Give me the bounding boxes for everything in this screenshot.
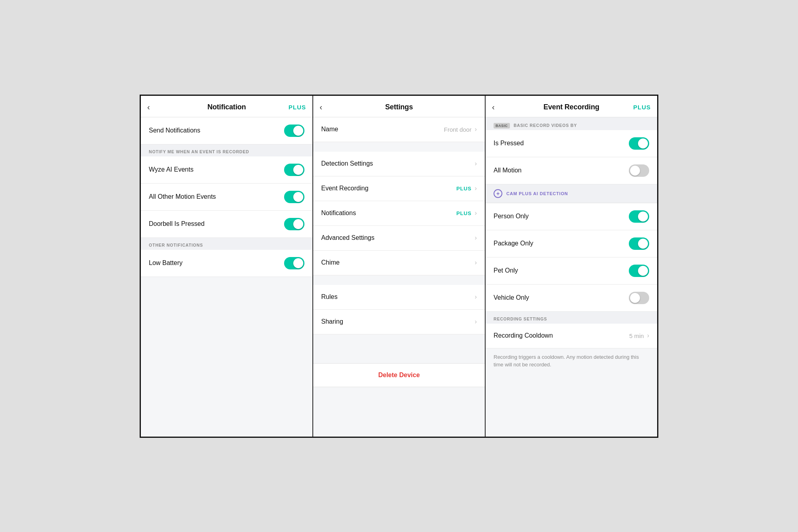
all-other-motion-thumb <box>293 192 303 202</box>
delete-device-label: Delete Device <box>378 372 420 378</box>
is-pressed-row: Is Pressed <box>486 130 657 157</box>
event-recording-title: Event Recording <box>543 103 599 111</box>
event-recording-plus-badge: PLUS <box>456 186 472 192</box>
event-recording-label: Event Recording <box>321 185 368 192</box>
spacer-4 <box>313 344 485 356</box>
event-recording-chevron-icon: › <box>475 185 477 192</box>
detection-settings-chevron-icon: › <box>475 160 477 167</box>
notifications-label: Notifications <box>321 210 356 217</box>
event-recording-back-arrow[interactable]: ‹ <box>492 103 495 112</box>
name-right: Front door › <box>444 126 477 133</box>
all-motion-thumb <box>630 166 640 176</box>
package-only-label: Package Only <box>494 240 533 247</box>
sharing-row[interactable]: Sharing › <box>313 310 485 334</box>
spacer-3 <box>313 334 485 344</box>
wyze-ai-events-toggle[interactable] <box>284 164 304 176</box>
all-motion-toggle[interactable] <box>629 164 649 177</box>
notification-plus-badge: PLUS <box>288 104 306 111</box>
person-only-toggle[interactable] <box>629 210 649 223</box>
vehicle-only-row: Vehicle Only <box>486 285 657 312</box>
recording-cooldown-label: Recording Cooldown <box>494 332 553 339</box>
notifications-plus-badge: PLUS <box>456 210 472 216</box>
spacer-2 <box>313 275 485 285</box>
record-videos-section-label: BASIC BASIC RECORD VIDEOS BY <box>486 117 657 130</box>
package-only-row: Package Only <box>486 230 657 257</box>
event-recording-right: PLUS › <box>456 185 477 192</box>
detection-settings-label: Detection Settings <box>321 160 373 167</box>
cooldown-note: Recording triggers a cooldown. Any motio… <box>486 348 657 375</box>
wyze-ai-events-row: Wyze AI Events <box>141 156 312 184</box>
send-notifications-thumb <box>293 126 303 136</box>
low-battery-label: Low Battery <box>149 259 182 267</box>
doorbell-pressed-toggle[interactable] <box>284 218 304 230</box>
package-only-thumb <box>638 239 648 249</box>
low-battery-thumb <box>293 258 303 268</box>
recording-cooldown-value: 5 min <box>629 332 644 339</box>
wyze-ai-events-thumb <box>293 165 303 175</box>
notifications-chevron-icon: › <box>475 210 477 217</box>
all-other-motion-label: All Other Motion Events <box>149 193 216 200</box>
main-container: ‹ Notification PLUS Send Notifications N… <box>140 95 658 438</box>
is-pressed-thumb <box>638 138 648 148</box>
recording-settings-label: RECORDING SETTINGS <box>486 312 657 324</box>
recording-cooldown-row[interactable]: Recording Cooldown 5 min › <box>486 324 657 348</box>
recording-cooldown-chevron-icon: › <box>647 332 649 339</box>
doorbell-pressed-thumb <box>293 219 303 229</box>
event-recording-plus-badge-header: PLUS <box>633 104 651 111</box>
chime-row[interactable]: Chime › <box>313 251 485 275</box>
settings-header: ‹ Settings <box>313 96 485 117</box>
send-notifications-label: Send Notifications <box>149 127 200 134</box>
package-only-toggle[interactable] <box>629 237 649 250</box>
advanced-settings-row[interactable]: Advanced Settings › <box>313 226 485 251</box>
low-battery-toggle[interactable] <box>284 257 304 269</box>
all-motion-label: All Motion <box>494 167 521 174</box>
name-row[interactable]: Name Front door › <box>313 117 485 142</box>
event-recording-body: BASIC BASIC RECORD VIDEOS BY Is Pressed … <box>486 117 657 437</box>
is-pressed-toggle[interactable] <box>629 137 649 150</box>
notification-back-arrow[interactable]: ‹ <box>147 103 150 112</box>
person-only-row: Person Only <box>486 203 657 230</box>
chime-label: Chime <box>321 259 340 266</box>
cam-plus-icon: + <box>494 189 502 198</box>
notify-section-label: NOTIFY ME WHEN AN EVENT IS RECORDED <box>141 144 312 156</box>
name-label: Name <box>321 126 338 133</box>
panel-event-recording: ‹ Event Recording PLUS BASIC BASIC RECOR… <box>486 96 657 437</box>
settings-body: Name Front door › Detection Settings › E… <box>313 117 485 437</box>
panel-settings: ‹ Settings Name Front door › Detection S… <box>313 96 486 437</box>
vehicle-only-toggle[interactable] <box>629 292 649 304</box>
rules-label: Rules <box>321 293 338 301</box>
doorbell-pressed-row: Doorbell Is Pressed <box>141 211 312 238</box>
name-value: Front door <box>444 126 471 133</box>
event-recording-header: ‹ Event Recording PLUS <box>486 96 657 117</box>
vehicle-only-thumb <box>630 293 640 303</box>
person-only-thumb <box>638 212 648 222</box>
record-videos-label-text: BASIC RECORD VIDEOS BY <box>514 123 577 128</box>
detection-settings-row[interactable]: Detection Settings › <box>313 152 485 176</box>
rules-row[interactable]: Rules › <box>313 285 485 310</box>
send-notifications-toggle[interactable] <box>284 125 304 137</box>
pet-only-row: Pet Only <box>486 257 657 285</box>
low-battery-row: Low Battery <box>141 250 312 277</box>
wyze-ai-events-label: Wyze AI Events <box>149 166 194 173</box>
pet-only-toggle[interactable] <box>629 265 649 277</box>
notifications-right: PLUS › <box>456 210 477 217</box>
all-motion-row: All Motion <box>486 157 657 184</box>
rules-chevron-icon: › <box>475 293 477 301</box>
name-chevron-icon: › <box>475 126 477 133</box>
is-pressed-label: Is Pressed <box>494 140 524 147</box>
send-notifications-row: Send Notifications <box>141 117 312 144</box>
cam-plus-row: + CAM PLUS AI DETECTION <box>486 184 657 203</box>
notifications-row[interactable]: Notifications PLUS › <box>313 201 485 226</box>
person-only-label: Person Only <box>494 213 529 220</box>
settings-back-arrow[interactable]: ‹ <box>320 103 322 112</box>
event-recording-row[interactable]: Event Recording PLUS › <box>313 176 485 201</box>
cam-plus-label: CAM PLUS AI DETECTION <box>506 191 568 196</box>
all-other-motion-toggle[interactable] <box>284 191 304 203</box>
spacer-1 <box>313 142 485 152</box>
advanced-settings-chevron-icon: › <box>475 234 477 241</box>
delete-device-row[interactable]: Delete Device <box>313 363 485 387</box>
recording-cooldown-right: 5 min › <box>629 332 649 339</box>
pet-only-thumb <box>638 266 648 276</box>
panel-notification: ‹ Notification PLUS Send Notifications N… <box>141 96 313 437</box>
sharing-chevron-icon: › <box>475 318 477 325</box>
